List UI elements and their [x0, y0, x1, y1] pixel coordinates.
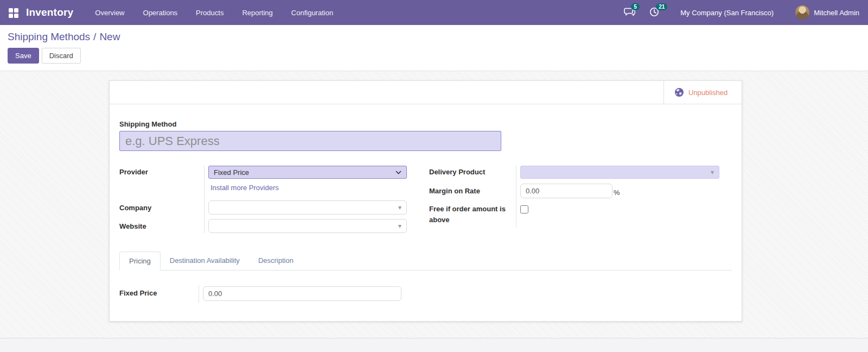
publish-status-label: Unpublished	[688, 89, 727, 97]
delivery-product-field[interactable]: ▾	[520, 166, 719, 179]
provider-label: Provider	[119, 166, 204, 179]
margin-on-rate-label: Margin on Rate	[429, 179, 516, 198]
delivery-product-row: Delivery Product ▾	[429, 166, 725, 179]
publish-status-button[interactable]: Unpublished	[663, 81, 742, 104]
notebook-tabs: Pricing Destination Availability Descrip…	[119, 252, 732, 271]
left-group: Provider Fixed Price	[119, 166, 406, 233]
company-label: Company	[119, 196, 204, 215]
top-navbar: Inventory Overview Operations Products R…	[0, 0, 868, 25]
form-statusbar: Unpublished	[110, 81, 742, 104]
company-switcher[interactable]: My Company (San Francisco)	[680, 9, 774, 17]
right-group: Delivery Product ▾ Margin on Rate %	[429, 166, 725, 233]
breadcrumb: Shipping Methods/New	[8, 31, 868, 43]
grid-square	[14, 8, 18, 12]
website-row: Website ▾	[119, 215, 406, 233]
delivery-product-label: Delivery Product	[429, 166, 516, 179]
tab-destination-availability[interactable]: Destination Availability	[161, 252, 249, 270]
menu-overview[interactable]: Overview	[95, 9, 124, 17]
pricing-tab-pane: Fixed Price	[119, 285, 732, 303]
menu-configuration[interactable]: Configuration	[291, 9, 333, 17]
discard-button[interactable]: Discard	[42, 48, 81, 64]
activities-button[interactable]: 21	[649, 7, 662, 18]
select-chevron-icon	[395, 171, 401, 174]
shipping-method-label: Shipping Method	[119, 120, 732, 128]
menu-operations[interactable]: Operations	[143, 9, 178, 17]
install-providers-row: Install more Providers	[119, 179, 406, 196]
breadcrumb-separator: /	[93, 31, 96, 42]
control-panel-buttons: Save Discard	[8, 48, 868, 64]
fixed-price-row: Fixed Price	[119, 285, 732, 303]
messages-badge: 5	[631, 3, 640, 10]
caret-down-icon: ▾	[711, 169, 714, 175]
app-name[interactable]: Inventory	[26, 7, 73, 18]
apps-grid-icon[interactable]	[9, 8, 18, 17]
tab-pricing[interactable]: Pricing	[119, 252, 161, 271]
free-if-order-checkbox[interactable]	[520, 205, 528, 213]
grid-square	[9, 14, 13, 18]
breadcrumb-shipping-methods[interactable]: Shipping Methods	[8, 31, 90, 42]
caret-down-icon: ▾	[398, 223, 401, 229]
messages-button[interactable]: 5	[624, 7, 637, 18]
grid-square	[9, 8, 13, 12]
website-label: Website	[119, 215, 204, 233]
menu-products[interactable]: Products	[196, 9, 224, 17]
form-groups: Provider Fixed Price	[119, 166, 732, 233]
fixed-price-input[interactable]	[203, 286, 401, 301]
provider-select[interactable]: Fixed Price	[208, 166, 407, 179]
control-panel: Shipping Methods/New Save Discard	[0, 25, 868, 71]
tab-description[interactable]: Description	[249, 252, 303, 270]
provider-row: Provider Fixed Price	[119, 166, 406, 179]
main-menus: Overview Operations Products Reporting C…	[95, 9, 333, 17]
margin-on-rate-row: Margin on Rate %	[429, 179, 725, 198]
grid-square	[14, 14, 18, 18]
company-row: Company ▾	[119, 196, 406, 215]
free-if-order-row: Free if order amount is above	[429, 198, 725, 228]
margin-on-rate-input[interactable]	[520, 184, 612, 198]
form-sheet: Unpublished Shipping Method Provider Fix…	[109, 80, 742, 322]
provider-value: Fixed Price	[214, 168, 249, 177]
company-field[interactable]: ▾	[208, 200, 407, 215]
breadcrumb-new: New	[99, 31, 120, 42]
globe-icon	[674, 87, 684, 97]
save-button[interactable]: Save	[8, 48, 39, 64]
install-more-providers-link[interactable]: Install more Providers	[208, 179, 279, 196]
bottom-strip	[0, 338, 868, 352]
menu-reporting[interactable]: Reporting	[242, 9, 272, 17]
user-menu[interactable]: Mitchell Admin	[795, 5, 859, 20]
fixed-price-label: Fixed Price	[119, 285, 199, 303]
shipping-method-block: Shipping Method	[119, 120, 732, 151]
user-name: Mitchell Admin	[814, 9, 859, 17]
percent-suffix: %	[614, 185, 620, 197]
sheet-body: Shipping Method Provider Fixed Price	[110, 120, 742, 303]
shipping-method-input[interactable]	[119, 131, 501, 151]
caret-down-icon: ▾	[398, 204, 401, 211]
free-if-order-label: Free if order amount is above	[429, 198, 516, 228]
navbar-right: 5 21 My Company (San Francisco) Mitchell…	[612, 5, 859, 20]
content-area: Unpublished Shipping Method Provider Fix…	[0, 71, 868, 338]
website-field[interactable]: ▾	[208, 219, 407, 233]
activities-badge: 21	[656, 3, 667, 10]
user-avatar	[795, 5, 809, 20]
